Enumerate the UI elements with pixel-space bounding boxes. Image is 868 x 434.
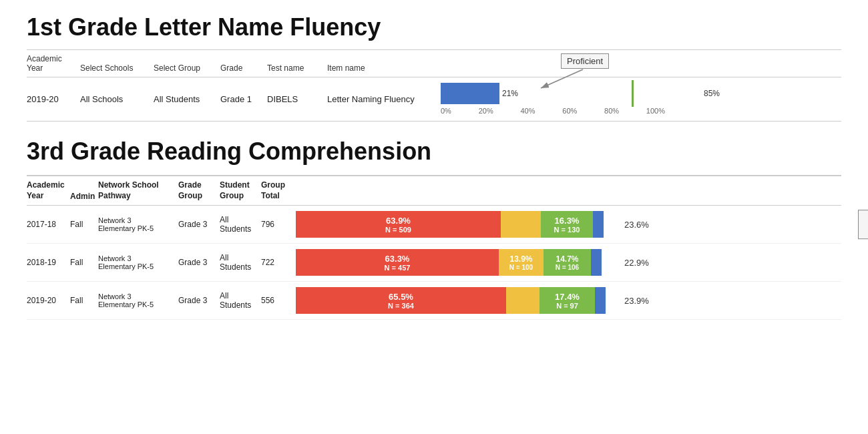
- seg-red-label-2: 63.3%: [385, 254, 410, 264]
- s2-header-pathway: Network SchoolPathway: [98, 180, 178, 201]
- proficient-label: Proficient: [567, 56, 603, 66]
- seg-red-n-1: N = 509: [385, 226, 411, 234]
- seg-yellow-3: [506, 287, 539, 314]
- s2-student-3: AllStudents: [220, 291, 261, 310]
- scale-60: 60%: [562, 107, 577, 115]
- s2-chart-1: 63.9% N = 509 16.3% N = 130 At or above …: [296, 211, 841, 238]
- s2-header-total: GroupTotal: [261, 180, 296, 201]
- seg-red-n-3: N = 364: [388, 302, 414, 310]
- s2-year-2: 2018-19: [27, 258, 70, 267]
- s2-header-gradegroup: GradeGroup: [178, 180, 220, 201]
- seg-yellow-label-2: 13.9%: [509, 254, 532, 264]
- bar-pct-label: 21%: [502, 89, 518, 98]
- seg-green-n-3: N = 97: [556, 302, 578, 310]
- scale-100: 100%: [646, 107, 665, 115]
- seg-green-label-2: 14.7%: [556, 254, 578, 264]
- cell-schools: All Schools: [80, 94, 154, 104]
- s2-admin-3: Fall: [70, 296, 98, 305]
- seg-green-2: 14.7% N = 106: [544, 249, 591, 276]
- proficient-box: Proficient: [561, 53, 609, 69]
- seg-yellow-2: 13.9% N = 100: [499, 249, 544, 276]
- scale-40: 40%: [520, 107, 535, 115]
- s2-header-year: AcademicYear: [27, 180, 70, 201]
- s2-header-studentgroup: StudentGroup: [220, 180, 261, 201]
- seg-blue-2: [591, 249, 602, 276]
- seg-red-label-3: 65.5%: [389, 292, 413, 302]
- section2-title: 3rd Grade Reading Comprehension: [27, 138, 841, 166]
- section1-table: Academic Year Select Schools Select Grou…: [27, 49, 841, 122]
- s2-student-1: AllStudents: [220, 215, 261, 234]
- section1: 1st Grade Letter Name Fluency Academic Y…: [27, 13, 841, 122]
- header-testname: Test name: [267, 63, 327, 73]
- seg-green-n-1: N = 130: [554, 226, 580, 234]
- scale-80: 80%: [604, 107, 619, 115]
- chart1-cell: Proficient: [441, 83, 868, 116]
- seg-red-label-1: 63.9%: [386, 216, 411, 226]
- seg-green-label-3: 17.4%: [555, 292, 580, 302]
- benchmark-label: 85%: [704, 89, 720, 98]
- benchmark-line: [632, 80, 634, 107]
- s2-admin-1: Fall: [70, 220, 98, 229]
- bar-blue: [441, 83, 499, 104]
- cell-group: All Students: [154, 94, 220, 104]
- s2-grade-1: Grade 3: [178, 220, 220, 229]
- stacked-bar-1: 63.9% N = 509 16.3% N = 130: [296, 211, 616, 238]
- section1-data-row: 2019-20 All Schools All Students Grade 1…: [27, 77, 841, 121]
- s2-year-3: 2019-20: [27, 296, 70, 305]
- s2-pathway-3: Network 3Elementary PK-5: [98, 292, 178, 308]
- s2-student-2: AllStudents: [220, 253, 261, 272]
- section2-table: AcademicYear Admin Network SchoolPathway…: [27, 175, 841, 320]
- page-container: 1st Grade Letter Name Fluency Academic Y…: [0, 0, 868, 349]
- s2-header-admin: Admin: [70, 192, 98, 201]
- seg-yellow-1: [501, 211, 541, 238]
- seg-green-label-1: 16.3%: [555, 216, 580, 226]
- header-grade: Grade: [220, 63, 267, 73]
- section1-title: 1st Grade Letter Name Fluency: [27, 13, 841, 41]
- s2-pathway-1: Network 3Elementary PK-5: [98, 216, 178, 232]
- seg-green-1: 16.3% N = 130: [541, 211, 593, 238]
- seg-blue-1: [593, 211, 604, 238]
- seg-red-1: 63.9% N = 509: [296, 211, 501, 238]
- seg-green-3: 17.4% N = 97: [539, 287, 595, 314]
- s2-pathway-2: Network 3Elementary PK-5: [98, 254, 178, 270]
- s2-pct-2: 22.9%: [624, 258, 658, 268]
- s2-pct-3: 23.9%: [624, 296, 658, 306]
- header-itemname: Item name: [327, 63, 441, 73]
- s2-total-3: 556: [261, 296, 296, 305]
- s2-admin-2: Fall: [70, 258, 98, 267]
- s2-total-1: 796: [261, 220, 296, 229]
- header-group: Select Group: [154, 63, 220, 73]
- s2-chart-2: 63.3% N = 457 13.9% N = 100 14.7% N = 10…: [296, 249, 841, 276]
- bar-scale: 0% 20% 40% 60% 80% 100%: [441, 107, 665, 115]
- s2-row-2: 2018-19 Fall Network 3Elementary PK-5 Gr…: [27, 244, 841, 282]
- s2-year-1: 2017-18: [27, 220, 70, 229]
- cell-itemname: Letter Naming Fluency: [327, 94, 441, 104]
- stacked-bar-3: 65.5% N = 364 17.4% N = 97: [296, 287, 616, 314]
- section2-header-row: AcademicYear Admin Network SchoolPathway…: [27, 176, 841, 206]
- seg-red-2: 63.3% N = 457: [296, 249, 499, 276]
- section1-header-row: Academic Year Select Schools Select Grou…: [27, 50, 841, 77]
- s2-chart-3: 65.5% N = 364 17.4% N = 97 23.9%: [296, 287, 841, 314]
- s2-pct-1: 23.6%: [624, 220, 658, 230]
- s2-grade-2: Grade 3: [178, 258, 220, 267]
- cell-testname: DIBELS: [267, 94, 327, 104]
- cell-year: 2019-20: [27, 94, 80, 104]
- bar-track: 21% 85%: [441, 83, 721, 104]
- seg-green-n-2: N = 106: [556, 264, 579, 271]
- at-above-box: At or above benchmark: [858, 210, 868, 239]
- cell-grade: Grade 1: [220, 94, 267, 104]
- stacked-bar-2: 63.3% N = 457 13.9% N = 100 14.7% N = 10…: [296, 249, 616, 276]
- seg-red-3: 65.5% N = 364: [296, 287, 506, 314]
- s2-row-1: 2017-18 Fall Network 3Elementary PK-5 Gr…: [27, 206, 841, 244]
- s2-row-3: 2019-20 Fall Network 3Elementary PK-5 Gr…: [27, 282, 841, 320]
- scale-20: 20%: [479, 107, 493, 115]
- header-schools: Select Schools: [80, 63, 154, 73]
- scale-0: 0%: [441, 107, 451, 115]
- section2: 3rd Grade Reading Comprehension Academic…: [27, 138, 841, 320]
- s2-grade-3: Grade 3: [178, 296, 220, 305]
- seg-blue-3: [595, 287, 606, 314]
- header-year: Academic Year: [27, 54, 80, 73]
- seg-red-n-2: N = 457: [385, 264, 411, 272]
- seg-yellow-n-2: N = 100: [509, 264, 533, 271]
- s2-total-2: 722: [261, 258, 296, 267]
